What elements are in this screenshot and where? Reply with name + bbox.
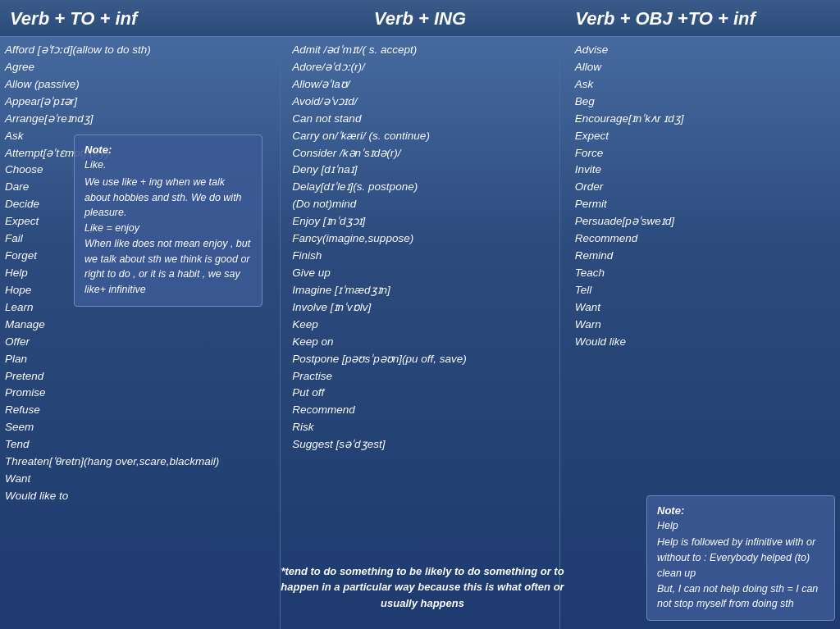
list-item: Keep on: [290, 334, 554, 351]
header-col2: Verb + ING: [281, 7, 559, 31]
list-item: Persuade[pəˈsweɪd]: [573, 213, 835, 230]
list-item: Recommend: [290, 402, 554, 419]
note-line: When like does not mean enjoy , but we t…: [84, 236, 252, 298]
note-right-title: Note:: [657, 504, 824, 517]
note-line: Help: [657, 518, 824, 534]
col3-words-container: AdviseAllowAskBegEncourage[ɪnˈkʌr ɪdʒ]Ex…: [564, 40, 835, 351]
list-item: Allow/əˈlaʊ/: [290, 76, 554, 93]
page-container: Verb + TO + inf Verb + ING Verb + OBJ +T…: [0, 0, 840, 629]
header-col3: Verb + OBJ +TO + inf: [559, 7, 837, 31]
list-item: Arrange[əˈreɪndʒ]: [3, 111, 275, 128]
list-item: Recommend: [573, 230, 835, 248]
column-2: Admit /ədˈmɪt/( s. accept)Adore/əˈdɔː(r)…: [280, 37, 559, 629]
list-item: Want: [3, 471, 275, 488]
list-item: Manage: [3, 317, 275, 334]
list-item: Warn: [573, 317, 835, 334]
list-item: Refuse: [3, 402, 275, 419]
list-item: Remind: [573, 248, 835, 265]
header-col1: Verb + TO + inf: [3, 7, 281, 31]
list-item: Plan: [3, 351, 275, 368]
list-item: Carry on/ˈkæri/ (s. continue): [290, 128, 554, 145]
list-item: Fancy(imagine,suppose): [290, 230, 554, 248]
list-item: Want: [573, 299, 835, 317]
list-item: Pretend: [3, 368, 275, 385]
list-item: Force: [573, 145, 835, 162]
footer-star: *tend to do something to be likely to do…: [281, 565, 564, 609]
list-item: Afford [əˈfɔːd](allow to do sth): [3, 42, 275, 59]
note-line: Like.: [84, 157, 252, 173]
list-item: Encourage[ɪnˈkʌr ɪdʒ]: [573, 111, 835, 128]
list-item: (Do not)mind: [290, 196, 554, 213]
list-item: Imagine [ɪˈmædʒɪn]: [290, 282, 554, 299]
list-item: Teach: [573, 265, 835, 282]
list-item: Beg: [573, 93, 835, 111]
main-content: Afford [əˈfɔːd](allow to do sth)AgreeAll…: [0, 37, 840, 629]
list-item: Enjoy [ɪnˈdʒɔɪ]: [290, 213, 554, 230]
list-item: Avoid/əˈvɔɪd/: [290, 93, 554, 111]
header-row: Verb + TO + inf Verb + ING Verb + OBJ +T…: [0, 0, 840, 37]
note-line: But, I can not help doing sth = I can no…: [657, 581, 824, 613]
list-item: Appear[əˈpɪər]: [3, 93, 275, 111]
list-item: Offer: [3, 334, 275, 351]
list-item: Involve [ɪnˈvɒlv]: [290, 299, 554, 317]
list-item: Expect: [573, 128, 835, 145]
note-line: Like = enjoy: [84, 221, 252, 236]
list-item: Put off: [290, 385, 554, 402]
list-item: Allow: [573, 59, 835, 76]
footer-text: *tend to do something to be likely to do…: [274, 563, 571, 612]
list-item: Would like to: [3, 488, 275, 505]
column-1: Afford [əˈfɔːd](allow to do sth)AgreeAll…: [0, 37, 280, 629]
list-item: Deny [dɪˈnaɪ]: [290, 162, 554, 179]
list-item: Agree: [3, 59, 275, 76]
list-item: Give up: [290, 265, 554, 282]
list-item: Allow (passive): [3, 76, 275, 93]
list-item: Promise: [3, 385, 275, 402]
list-item: Advise: [573, 42, 835, 59]
note-box-right: Note: HelpHelp is followed by infinitive…: [646, 495, 835, 622]
list-item: Suggest [səˈdʒest]: [290, 436, 554, 454]
note-left-text: Like.We use like + ing when we talk abou…: [84, 157, 252, 298]
list-item: Delay[dɪˈleɪ](s. postpone): [290, 179, 554, 196]
list-item: Can not stand: [290, 111, 554, 128]
note-line: Help is followed by infinitive with or w…: [657, 535, 824, 581]
list-item: Postpone [pəʊsˈpəʊn](pu off, save): [290, 351, 554, 368]
footer-note: *tend to do something to be likely to do…: [271, 558, 574, 615]
list-item: Risk: [290, 419, 554, 436]
list-item: Order: [573, 179, 835, 196]
list-item: Permit: [573, 196, 835, 213]
list-item: Adore/əˈdɔː(r)/: [290, 59, 554, 76]
note-line: We use like + ing when we talk about hob…: [84, 175, 252, 221]
list-item: Ask: [573, 76, 835, 93]
list-item: Tend: [3, 436, 275, 454]
note-box-left: Note: Like.We use like + ing when we tal…: [74, 134, 262, 307]
list-item: Invite: [573, 162, 835, 179]
list-item: Threaten[ˈθretn](hang over,scare,blackma…: [3, 454, 275, 471]
col2-words-container: Admit /ədˈmɪt/( s. accept)Adore/əˈdɔː(r)…: [284, 40, 554, 454]
note-right-text: HelpHelp is followed by infinitive with …: [657, 518, 824, 613]
list-item: Practise: [290, 368, 554, 385]
list-item: Finish: [290, 248, 554, 265]
list-item: Admit /ədˈmɪt/( s. accept): [290, 42, 554, 59]
list-item: Tell: [573, 282, 835, 299]
note-left-title: Note:: [84, 144, 252, 156]
list-item: Keep: [290, 317, 554, 334]
list-item: Seem: [3, 419, 275, 436]
list-item: Would like: [573, 334, 835, 351]
list-item: Consider /kənˈsɪdə(r)/: [290, 145, 554, 162]
column-3: AdviseAllowAskBegEncourage[ɪnˈkʌr ɪdʒ]Ex…: [560, 37, 840, 629]
